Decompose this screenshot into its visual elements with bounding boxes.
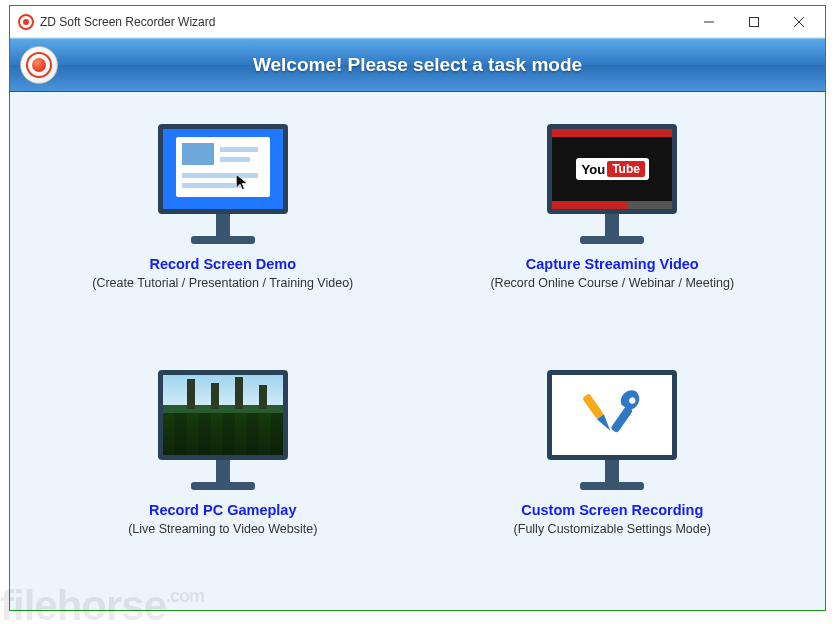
tools-icon (577, 385, 647, 445)
task-subtitle: (Fully Customizable Settings Mode) (514, 522, 711, 536)
task-title: Record PC Gameplay (149, 502, 296, 518)
task-record-screen-demo[interactable]: Record Screen Demo (Create Tutorial / Pr… (40, 118, 406, 346)
svg-rect-1 (749, 17, 758, 26)
minimize-button[interactable] (686, 7, 731, 37)
task-subtitle: (Record Online Course / Webinar / Meetin… (490, 276, 734, 290)
task-record-pc-gameplay[interactable]: Record PC Gameplay (Live Streaming to Vi… (40, 364, 406, 592)
monitor-icon (539, 370, 685, 492)
window-title: ZD Soft Screen Recorder Wizard (40, 15, 686, 29)
monitor-icon (150, 124, 296, 246)
close-button[interactable] (776, 7, 821, 37)
monitor-icon (150, 370, 296, 492)
task-subtitle: (Create Tutorial / Presentation / Traini… (92, 276, 353, 290)
task-subtitle: (Live Streaming to Video Website) (128, 522, 317, 536)
cursor-icon (234, 173, 252, 191)
task-grid: Record Screen Demo (Create Tutorial / Pr… (10, 92, 825, 610)
header-banner: Welcome! Please select a task mode (10, 38, 825, 92)
svg-rect-5 (611, 406, 634, 434)
task-title: Custom Screen Recording (521, 502, 703, 518)
header-title: Welcome! Please select a task mode (72, 54, 763, 76)
youtube-icon: YouTube (576, 158, 649, 180)
app-window: ZD Soft Screen Recorder Wizard Welcome! … (9, 5, 826, 611)
window-controls (686, 7, 821, 37)
app-icon (18, 14, 34, 30)
titlebar: ZD Soft Screen Recorder Wizard (10, 6, 825, 38)
task-title: Capture Streaming Video (526, 256, 699, 272)
task-capture-streaming-video[interactable]: YouTube Capture Streaming Video (Record … (430, 118, 796, 346)
task-custom-screen-recording[interactable]: Custom Screen Recording (Fully Customiza… (430, 364, 796, 592)
svg-rect-4 (582, 393, 604, 419)
maximize-button[interactable] (731, 7, 776, 37)
task-title: Record Screen Demo (149, 256, 296, 272)
record-icon (20, 46, 58, 84)
monitor-icon: YouTube (539, 124, 685, 246)
